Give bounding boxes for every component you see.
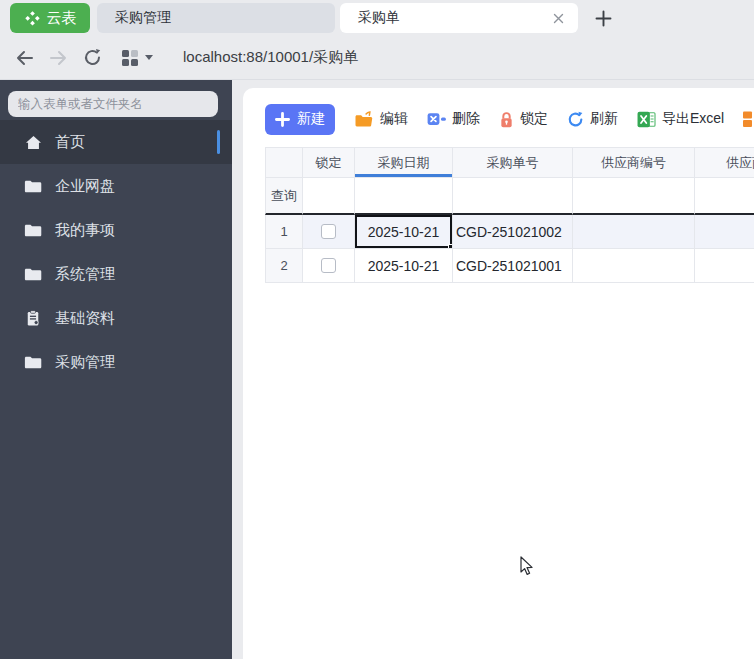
- folder-icon: [24, 355, 42, 370]
- query-cell-lock[interactable]: [303, 178, 355, 215]
- edit-button[interactable]: 编辑: [354, 110, 408, 128]
- chevron-down-icon[interactable]: [145, 55, 153, 60]
- folder-icon: [24, 267, 42, 282]
- lock-checkbox[interactable]: [321, 258, 336, 273]
- sidebar-item-base-data[interactable]: 基础资料: [0, 296, 232, 340]
- lock-button[interactable]: 锁定: [499, 110, 548, 128]
- plus-icon: [595, 10, 612, 27]
- sidebar-item-label: 采购管理: [55, 353, 115, 372]
- query-row-label: 查询: [265, 178, 303, 215]
- sidebar-item-label: 基础资料: [55, 309, 115, 328]
- mouse-cursor: [520, 556, 535, 581]
- supplier-code-cell[interactable]: [573, 215, 695, 249]
- delete-row-icon: [427, 112, 446, 127]
- sidebar-item-label: 首页: [55, 133, 85, 152]
- refresh-icon: [567, 111, 584, 128]
- sidebar: 首页 企业网盘 我的事项 系统管理: [0, 80, 232, 659]
- home-icon: [24, 135, 42, 150]
- sidebar-item-home[interactable]: 首页: [0, 120, 232, 164]
- lock-checkbox[interactable]: [321, 224, 336, 239]
- query-cell-supplier-code[interactable]: [573, 178, 695, 215]
- new-tab-button[interactable]: [591, 6, 615, 30]
- navigation-bar: localhost:88/10001/采购单: [0, 36, 754, 79]
- column-header-supplier-name[interactable]: 供应商名称: [695, 147, 754, 178]
- active-indicator: [217, 130, 220, 154]
- orange-grid-icon: [743, 110, 754, 128]
- lock-icon: [499, 111, 514, 128]
- tab-procurement-management[interactable]: 采购管理: [97, 3, 335, 33]
- folder-icon: [24, 223, 42, 238]
- column-header-rownum[interactable]: [265, 147, 303, 178]
- plus-icon: [275, 112, 290, 127]
- main-area: 新建 编辑: [232, 80, 754, 659]
- tab-label: 采购单: [358, 9, 400, 27]
- export-excel-button[interactable]: 导出Excel: [637, 110, 724, 128]
- brand-label: 云表: [47, 9, 77, 28]
- content-panel: 新建 编辑: [243, 88, 754, 659]
- clipboard-icon: [24, 310, 42, 326]
- app-window: 云表 采购管理 采购单 localhost:88/: [0, 0, 754, 659]
- folder-icon: [24, 179, 42, 194]
- brand-diamond-icon: [24, 10, 42, 27]
- row-number[interactable]: 1: [265, 215, 303, 249]
- sidebar-menu: 首页 企业网盘 我的事项 系统管理: [0, 120, 232, 384]
- column-header-lock[interactable]: 锁定: [303, 147, 355, 178]
- edit-folder-icon: [354, 111, 374, 128]
- row-number[interactable]: 2: [265, 249, 303, 283]
- supplier-code-cell[interactable]: [573, 249, 695, 283]
- supplier-name-cell[interactable]: [695, 249, 754, 283]
- order-no-cell[interactable]: CGD-251021001: [453, 249, 573, 283]
- search-input[interactable]: [8, 91, 218, 117]
- sidebar-item-label: 我的事项: [55, 221, 115, 240]
- close-icon[interactable]: [553, 13, 564, 24]
- column-header-date[interactable]: 采购日期: [355, 147, 453, 178]
- brand-button[interactable]: 云表: [10, 3, 90, 33]
- forward-button[interactable]: [46, 46, 70, 70]
- more-tools-button[interactable]: [743, 110, 754, 128]
- date-cell-selected[interactable]: 2025-10-21: [355, 215, 453, 249]
- back-button[interactable]: [12, 46, 36, 70]
- sidebar-item-system-management[interactable]: 系统管理: [0, 252, 232, 296]
- lock-cell[interactable]: [303, 249, 355, 283]
- query-cell-order-no[interactable]: [453, 178, 573, 215]
- tab-purchase-order[interactable]: 采购单: [340, 3, 578, 33]
- date-cell[interactable]: 2025-10-21: [355, 249, 453, 283]
- browser-chrome: 云表 采购管理 采购单 localhost:88/: [0, 0, 754, 80]
- column-header-order-no[interactable]: 采购单号: [453, 147, 573, 178]
- address-url[interactable]: localhost:88/10001/采购单: [183, 48, 358, 67]
- tab-label: 采购管理: [115, 9, 171, 27]
- new-button[interactable]: 新建: [265, 104, 335, 135]
- sidebar-item-enterprise-drive[interactable]: 企业网盘: [0, 164, 232, 208]
- purchase-order-table: 锁定 采购日期 采购单号 供应商编号 供应商名称 查询 1 2025-10-21: [265, 147, 754, 283]
- query-cell-date[interactable]: [355, 178, 453, 215]
- column-header-supplier-code[interactable]: 供应商编号: [573, 147, 695, 178]
- apps-grid-icon[interactable]: [122, 50, 138, 66]
- order-no-cell[interactable]: CGD-251021002: [453, 215, 573, 249]
- sidebar-item-my-tasks[interactable]: 我的事项: [0, 208, 232, 252]
- sidebar-item-label: 系统管理: [55, 265, 115, 284]
- sidebar-item-procurement-management[interactable]: 采购管理: [0, 340, 232, 384]
- refresh-button[interactable]: 刷新: [567, 110, 618, 128]
- refresh-page-button[interactable]: [80, 46, 104, 70]
- lock-cell[interactable]: [303, 215, 355, 249]
- supplier-name-cell[interactable]: [695, 215, 754, 249]
- query-cell-supplier-name[interactable]: [695, 178, 754, 215]
- toolbar: 新建 编辑: [265, 103, 754, 135]
- excel-icon: [637, 111, 656, 128]
- delete-button[interactable]: 删除: [427, 110, 480, 128]
- sidebar-item-label: 企业网盘: [55, 177, 115, 196]
- fill-handle[interactable]: [448, 244, 453, 249]
